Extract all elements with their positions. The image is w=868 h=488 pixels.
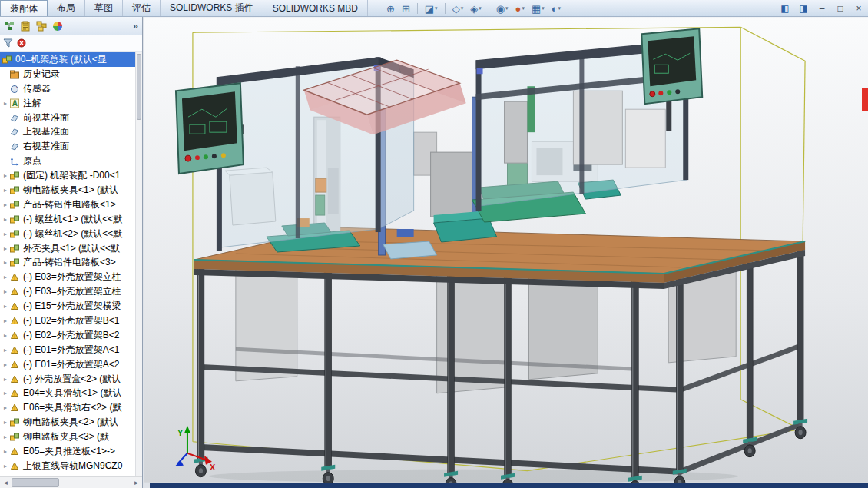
- vertical-scroll-thumb[interactable]: [137, 54, 141, 120]
- display-style-button[interactable]: ◈▾: [468, 1, 484, 16]
- zoom-to-fit-button[interactable]: ⊕: [384, 1, 397, 16]
- minimize-button[interactable]: –: [816, 4, 828, 13]
- apply-scene-button[interactable]: ▦▾: [529, 1, 547, 16]
- tree-item[interactable]: ▸(固定) 机架装配 -D00<1: [0, 168, 135, 183]
- part-icon: [9, 287, 20, 297]
- expand-arrow-icon[interactable]: ▸: [2, 288, 9, 295]
- feature-tree-icon: [4, 21, 15, 32]
- horizontal-scroll-thumb[interactable]: [12, 478, 59, 487]
- tree-item[interactable]: ▸E06=夹具滑轨右<2> (默: [0, 400, 135, 415]
- expand-arrow-icon[interactable]: ▸: [2, 201, 9, 208]
- close-button[interactable]: ×: [853, 4, 865, 13]
- tree-item-label: 历史记录: [23, 68, 60, 81]
- ribbon-tab-assembly[interactable]: 装配体: [0, 0, 48, 16]
- tree-item[interactable]: ▸铆电路板夹具<2> (默认: [0, 415, 135, 430]
- graphics-viewport[interactable]: Y X: [144, 17, 868, 483]
- expand-arrow-icon[interactable]: ▸: [2, 231, 9, 237]
- filter-funnel-icon[interactable]: [3, 37, 13, 51]
- tree-item[interactable]: 历史记录: [0, 67, 135, 81]
- view-orientation-button[interactable]: ◇▾: [450, 1, 466, 16]
- expand-arrow-icon[interactable]: ▸: [2, 259, 9, 266]
- tree-root-item[interactable]: 00=机架总装 (默认<显: [0, 52, 135, 67]
- tree-item[interactable]: ▸铆电路板夹具<1> (默认: [0, 183, 135, 198]
- expand-arrow-icon[interactable]: ▸: [2, 463, 9, 470]
- horizontal-scroll-track[interactable]: [12, 477, 131, 488]
- tree-item[interactable]: ▸A注解: [0, 96, 135, 111]
- expand-arrow-icon[interactable]: ▸: [2, 245, 9, 252]
- propertymanager-tab[interactable]: [20, 21, 31, 32]
- expand-arrow-icon[interactable]: ▸: [2, 303, 9, 310]
- tree-item[interactable]: 前视基准面: [0, 111, 135, 125]
- ribbon-tab-evaluate[interactable]: 评估: [123, 0, 161, 16]
- tree-item[interactable]: ▸(-) E03=外壳放置架立柱: [0, 270, 135, 284]
- expand-arrow-icon[interactable]: ▸: [2, 274, 9, 281]
- tree-item[interactable]: 右视基准面: [0, 139, 135, 154]
- panel-tab-bar: »: [0, 17, 142, 35]
- plane-icon: [9, 127, 20, 137]
- tree-item[interactable]: ▸E05=夹具推送板<1>->: [0, 444, 135, 459]
- history-folder-icon: [9, 69, 20, 79]
- left-monitor[interactable]: [176, 83, 244, 174]
- tree-horizontal-scrollbar[interactable]: ◄ ►: [0, 476, 142, 488]
- expand-arrow-icon[interactable]: ▸: [2, 419, 9, 426]
- featuremanager-tree-tab[interactable]: [4, 21, 15, 32]
- zoom-to-area-button[interactable]: ⊞: [399, 1, 412, 16]
- assembly-icon: [9, 185, 20, 195]
- expand-arrow-icon[interactable]: ▸: [2, 433, 9, 440]
- task-pane-edge-marker[interactable]: [862, 88, 868, 111]
- tree-item[interactable]: ▸铆电路板夹具<3> (默: [0, 430, 135, 444]
- tree-item[interactable]: 传感器: [0, 81, 135, 96]
- model-canvas[interactable]: Y X: [144, 17, 868, 483]
- expand-arrow-icon[interactable]: ▸: [2, 172, 9, 179]
- expand-arrow-icon[interactable]: ▸: [2, 332, 9, 339]
- edit-appearance-button[interactable]: ●▾: [513, 1, 527, 16]
- tree-item[interactable]: ▸产品-铸铝件电路板<1>: [0, 198, 135, 212]
- scroll-left-arrow-icon[interactable]: ◄: [0, 480, 12, 486]
- tree-item[interactable]: ▸(-) E01=外壳放置架A<1: [0, 343, 135, 357]
- expand-arrow-icon[interactable]: ▸: [2, 448, 9, 455]
- tree-vertical-scrollbar[interactable]: [135, 52, 142, 476]
- section-view-button[interactable]: ◪▾: [422, 1, 440, 16]
- tree-item[interactable]: ▸外壳夹具<1> (默认<<默: [0, 241, 135, 256]
- dock-pane-right-button[interactable]: ◨: [797, 4, 810, 13]
- dock-pane-left-button[interactable]: ◧: [779, 4, 791, 13]
- tree-item[interactable]: ▸(-) E02=外壳放置架B<1: [0, 314, 135, 328]
- tree-item-label: 外壳夹具<1> (默认<<默: [23, 242, 120, 255]
- expand-arrow-icon[interactable]: ▸: [2, 100, 9, 107]
- tree-item[interactable]: ▸(-) 螺丝机<2> (默认<<默: [0, 227, 135, 241]
- assembly-icon: [9, 171, 20, 181]
- tree-item[interactable]: ▸(-) 螺丝机<1> (默认<<默: [0, 212, 135, 227]
- configurationmanager-tab[interactable]: [36, 21, 47, 32]
- expand-arrow-icon[interactable]: ▸: [2, 404, 9, 411]
- tree-item[interactable]: 上视基准面: [0, 124, 135, 139]
- expand-arrow-icon[interactable]: ▸: [2, 317, 9, 324]
- expand-arrow-icon[interactable]: ▸: [2, 390, 9, 397]
- expand-arrow-icon[interactable]: ▸: [2, 361, 9, 368]
- tree-item[interactable]: ▸产品-铸铝件电路板<3>: [0, 255, 135, 270]
- expand-arrow-icon[interactable]: ▸: [2, 376, 9, 383]
- panel-overflow-chevron[interactable]: »: [133, 20, 138, 32]
- hide-show-items-button[interactable]: ◉▾: [494, 1, 511, 16]
- assembly-icon: [9, 257, 21, 267]
- maximize-button[interactable]: □: [834, 4, 846, 13]
- tree-item[interactable]: ▸(-) E03=外壳放置架立柱: [0, 284, 135, 299]
- scroll-right-arrow-icon[interactable]: ►: [131, 480, 142, 486]
- expand-arrow-icon[interactable]: ▸: [2, 347, 9, 354]
- ribbon-tab-sketch[interactable]: 草图: [85, 0, 123, 16]
- tree-item[interactable]: ▸(-) 外壳放置盒<2> (默认: [0, 372, 135, 387]
- ribbon-tab-solidworks-mbd[interactable]: SOLIDWORKS MBD: [263, 0, 368, 16]
- tree-item[interactable]: 原点: [0, 154, 135, 168]
- tree-item[interactable]: ▸E04=夹具滑轨<1> (默认: [0, 386, 135, 400]
- tree-item[interactable]: ▸(-) E15=外壳放置架横梁: [0, 299, 135, 314]
- ribbon-tab-layout[interactable]: 布局: [48, 0, 85, 16]
- view-settings-button[interactable]: ◐▾: [549, 1, 563, 16]
- tree-item[interactable]: ▸上银直线导轨MGN9CZ0: [0, 459, 135, 473]
- expand-arrow-icon[interactable]: ▸: [2, 216, 9, 223]
- displaymanager-tab[interactable]: [52, 21, 63, 32]
- filter-clear-icon[interactable]: [17, 37, 26, 51]
- expand-arrow-icon[interactable]: ▸: [2, 187, 9, 194]
- tree-item-label: 原点: [23, 154, 41, 168]
- tree-item[interactable]: ▸(-) E01=外壳放置架A<2: [0, 357, 135, 372]
- tree-item[interactable]: ▸(-) E02=外壳放置架B<2: [0, 328, 135, 343]
- ribbon-tab-solidworks-addins[interactable]: SOLIDWORKS 插件: [161, 0, 263, 16]
